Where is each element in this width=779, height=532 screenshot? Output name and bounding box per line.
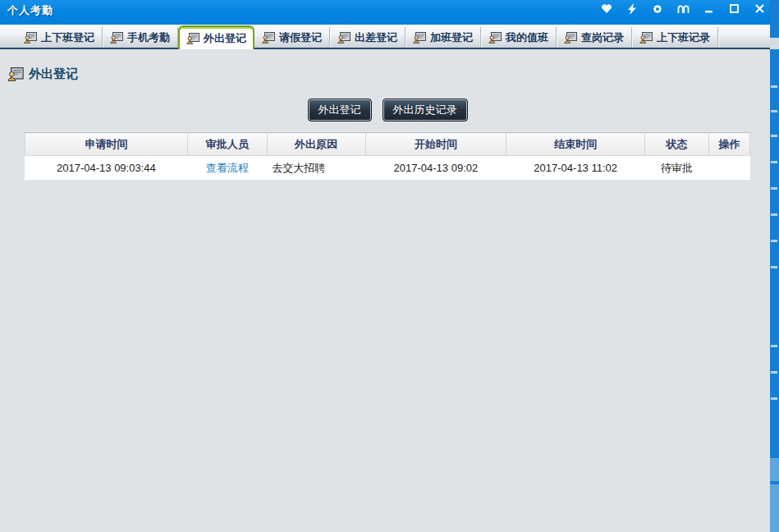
tab-label: 加班登记 <box>430 30 473 45</box>
view-flow-link[interactable]: 查看流程 <box>206 162 249 174</box>
titlebar-controls <box>600 2 766 15</box>
tab-label: 上下班登记 <box>41 30 94 45</box>
cell-apply-time: 2017-04-13 09:03:44 <box>25 156 188 181</box>
outing-register-button[interactable]: 外出登记 <box>308 99 372 122</box>
form-person-icon <box>337 32 351 44</box>
tab-leave-register[interactable]: 请假登记 <box>254 27 330 48</box>
page-title: 外出登记 <box>7 66 78 82</box>
form-person-icon <box>488 32 502 44</box>
book-icon[interactable] <box>676 2 690 15</box>
tab-overtime-register[interactable]: 加班登记 <box>406 27 481 48</box>
tab-clock-in-out-records[interactable]: 上下班记录 <box>632 27 718 48</box>
tab-label: 请假登记 <box>279 30 322 45</box>
bolt-icon[interactable] <box>625 2 639 15</box>
header-status: 状态 <box>645 133 709 156</box>
form-person-icon <box>7 67 24 81</box>
minimize-button[interactable] <box>702 2 715 15</box>
tab-label: 上下班记录 <box>657 30 710 45</box>
gear-icon[interactable] <box>651 2 664 15</box>
sliver-fragment <box>771 135 777 137</box>
tab-mobile-attendance[interactable]: 手机考勤 <box>103 27 178 48</box>
cell-approver: 查看流程 <box>187 156 267 181</box>
titlebar: 个人考勤 <box>0 0 779 25</box>
sliver-fragment <box>771 345 777 347</box>
header-operation: 操作 <box>709 133 750 156</box>
tab-label: 外出登记 <box>204 31 246 46</box>
tab-outing-register[interactable]: 外出登记 <box>178 25 254 49</box>
table-row: 2017-04-13 09:03:44 查看流程 去交大招聘 2017-04-1… <box>25 156 750 181</box>
table-header-row: 申请时间 审批人员 外出原因 开始时间 结束时间 状态 操作 <box>25 133 750 156</box>
close-button[interactable] <box>753 2 766 15</box>
form-person-icon <box>413 32 426 44</box>
sliver-fragment <box>771 187 777 190</box>
form-person-icon <box>110 32 123 44</box>
sliver-fragment <box>771 240 777 242</box>
cell-reason: 去交大招聘 <box>267 156 365 181</box>
action-button-row: 外出登记 外出历史记录 <box>25 99 750 122</box>
form-person-icon <box>639 32 653 44</box>
cell-end-time: 2017-04-13 11:02 <box>506 156 645 181</box>
sliver-fragment <box>771 266 777 268</box>
tab-inspection-records[interactable]: 查岗记录 <box>557 27 632 48</box>
tab-label: 出差登记 <box>355 30 397 45</box>
tab-my-duty[interactable]: 我的值班 <box>481 27 557 48</box>
cell-status: 待审批 <box>645 156 709 181</box>
background-window-sliver <box>770 0 779 532</box>
sliver-fragment <box>771 161 777 163</box>
header-start-time: 开始时间 <box>365 133 506 156</box>
window-title: 个人考勤 <box>7 3 53 18</box>
tab-label: 我的值班 <box>506 30 548 45</box>
maximize-button[interactable] <box>727 2 740 15</box>
sliver-fragment <box>771 110 777 112</box>
sliver-fragment <box>770 458 779 532</box>
sliver-fragment <box>771 213 777 216</box>
form-person-icon <box>24 32 37 44</box>
tab-bar: 上下班登记 手机考勤 外出登记 请假登记 出差登记 加班登记 我的值班 查岗记录… <box>0 25 779 49</box>
sliver-fragment <box>771 371 777 374</box>
form-person-icon <box>564 32 577 44</box>
sliver-fragment <box>771 397 777 400</box>
cell-start-time: 2017-04-13 09:02 <box>365 156 506 181</box>
tab-label: 查岗记录 <box>581 30 624 45</box>
form-person-icon <box>262 32 275 44</box>
header-approver: 审批人员 <box>187 133 267 156</box>
outing-records-table: 申请时间 审批人员 外出原因 开始时间 结束时间 状态 操作 2017-04-1… <box>25 132 750 181</box>
tab-business-trip-register[interactable]: 出差登记 <box>330 27 406 48</box>
sliver-fragment <box>771 85 777 88</box>
header-reason: 外出原因 <box>267 133 365 156</box>
tab-clock-in-out-register[interactable]: 上下班登记 <box>16 27 103 48</box>
cell-operation <box>709 156 750 181</box>
heart-icon[interactable] <box>600 2 613 15</box>
page-title-text: 外出登记 <box>29 66 78 82</box>
sliver-fragment <box>770 38 779 49</box>
header-apply-time: 申请时间 <box>25 133 188 156</box>
tab-label: 手机考勤 <box>127 30 170 45</box>
header-end-time: 结束时间 <box>506 133 645 156</box>
form-person-icon <box>186 33 199 44</box>
outing-history-button[interactable]: 外出历史记录 <box>383 99 468 122</box>
